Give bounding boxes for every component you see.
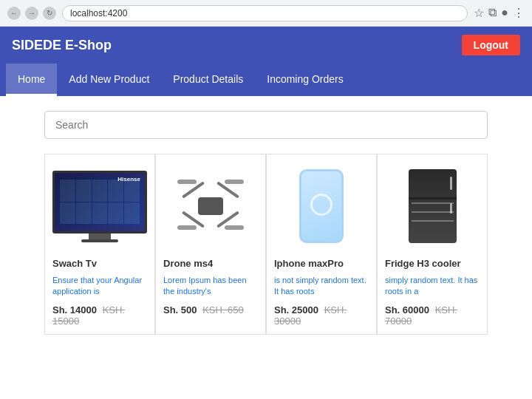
product-card-drone[interactable]: Drone ms4 Lorem Ipsum has been the indus… (155, 154, 266, 335)
fridge-graphic (409, 169, 457, 243)
product-price-tv: Sh. 14000 KSH. 15000 (52, 304, 147, 327)
tv-screen: Hisense (52, 171, 147, 233)
product-price-fridge: Sh. 60000 KSH. 70000 (385, 304, 480, 327)
drone-graphic (177, 177, 244, 236)
profile-icon: ● (501, 6, 508, 20)
app-header: SIDEDE E-Shop Logout (0, 27, 532, 64)
forward-button[interactable]: → (25, 7, 38, 20)
product-desc-drone: Lorem Ipsum has been the industry's (163, 275, 258, 299)
star-icon: ☆ (474, 6, 484, 20)
product-card-tv[interactable]: Hisense Swach Tv Ensure that your Angula… (44, 154, 155, 335)
product-name-phone: Iphone maxPro (274, 258, 369, 269)
url-text: localhost:4200 (70, 8, 127, 18)
products-grid: Hisense Swach Tv Ensure that your Angula… (44, 154, 488, 335)
menu-icon: ⋮ (513, 6, 525, 20)
product-card-fridge[interactable]: Fridge H3 cooler simply random text. It … (377, 154, 488, 335)
product-name-drone: Drone ms4 (163, 258, 258, 269)
product-price-phone: Sh. 25000 KSH. 30000 (274, 304, 369, 327)
nav-bar: Home Add New Product Product Details Inc… (0, 64, 532, 96)
product-name-tv: Swach Tv (52, 258, 147, 269)
product-desc-phone: is not simply random text. It has roots (274, 275, 369, 299)
product-image-drone (163, 162, 258, 250)
main-content: Hisense Swach Tv Ensure that your Angula… (0, 96, 532, 349)
browser-chrome: ← → ↻ localhost:4200 ☆ ⧉ ● ⋮ (0, 0, 532, 27)
refresh-button[interactable]: ↻ (43, 7, 56, 20)
nav-home[interactable]: Home (6, 64, 57, 96)
product-name-fridge: Fridge H3 cooler (385, 258, 480, 269)
back-button[interactable]: ← (7, 7, 21, 20)
nav-product-details[interactable]: Product Details (161, 64, 255, 96)
browser-action-icons: ☆ ⧉ ● ⋮ (474, 6, 525, 20)
app-title: SIDEDE E-Shop (12, 38, 112, 53)
product-price-drone: Sh. 500 KSH. 650 (163, 304, 258, 316)
product-desc-fridge: simply random text. It has roots in a (385, 275, 480, 299)
search-input[interactable] (44, 111, 488, 139)
browser-nav-controls[interactable]: ← → ↻ (7, 7, 56, 20)
phone-case-graphic (299, 169, 344, 243)
logout-button[interactable]: Logout (462, 35, 520, 55)
nav-incoming-orders[interactable]: Incoming Orders (255, 64, 355, 96)
product-desc-tv: Ensure that your Angular application is (52, 275, 147, 299)
product-image-phone (274, 162, 369, 250)
product-image-tv: Hisense (52, 162, 147, 250)
url-bar[interactable]: localhost:4200 (62, 5, 468, 21)
extensions-icon: ⧉ (488, 6, 497, 20)
product-card-phone[interactable]: Iphone maxPro is not simply random text.… (266, 154, 377, 335)
product-image-fridge (385, 162, 480, 250)
nav-add-product[interactable]: Add New Product (57, 64, 161, 96)
